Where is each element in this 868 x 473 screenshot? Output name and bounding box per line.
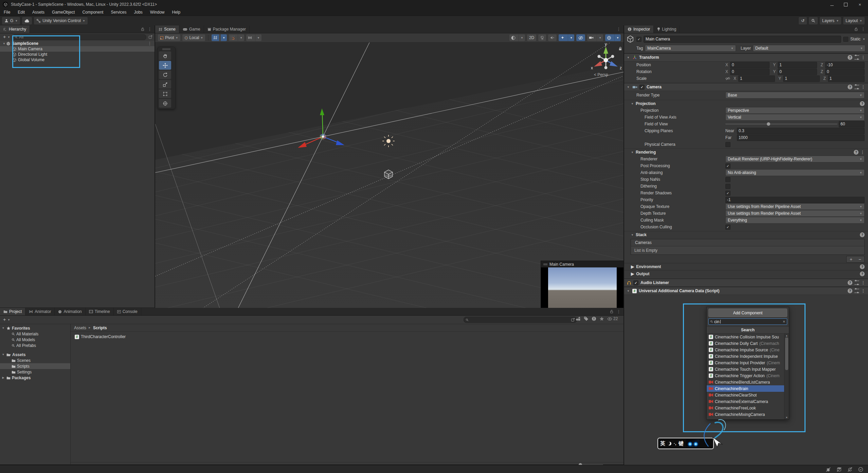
component-option[interactable]: CinemachineClearShot <box>707 392 789 398</box>
active-checkbox[interactable] <box>636 37 641 42</box>
project-files-area[interactable]: ThirdCharacterController <box>71 332 623 462</box>
help-icon[interactable]: ? <box>848 288 852 293</box>
component-menu-icon[interactable]: ⋮ <box>861 280 865 285</box>
layer-dropdown[interactable]: Default▼ <box>753 45 865 52</box>
component-option[interactable]: Cinemachine Input Provider (Cinem <box>707 360 789 366</box>
camera-header[interactable]: ▼ Camera ? ⋮ <box>624 83 868 91</box>
component-option[interactable]: Cinemachine Dolly Cart (Cinemach <box>707 340 789 347</box>
alert-icon[interactable] <box>592 316 596 321</box>
search-by-label-icon[interactable] <box>584 316 589 321</box>
help-icon[interactable]: ? <box>860 232 865 237</box>
tab-animator[interactable]: ⋈ Animator <box>25 308 55 315</box>
scene-menu-icon[interactable]: ⋮ <box>617 27 621 32</box>
tab-package-manager[interactable]: Package Manager <box>204 25 250 33</box>
projection-foldout[interactable]: ▼Projection ? <box>624 100 868 107</box>
component-menu-icon[interactable]: ⋮ <box>861 288 865 293</box>
effects-dropdown[interactable]: ▼ <box>559 34 574 41</box>
menu-jobs[interactable]: Jobs <box>130 9 146 16</box>
hidden-count-toggle[interactable]: 22 <box>607 316 618 321</box>
position-x-field[interactable]: 0 <box>730 62 770 68</box>
preset-icon[interactable] <box>854 55 859 60</box>
layers-dropdown[interactable]: Layers▼ <box>820 17 841 24</box>
perspective-label[interactable]: < Persp <box>594 72 608 77</box>
component-option[interactable]: Cinemachine Trigger Action (Cinem <box>707 372 789 379</box>
menu-component[interactable]: Component <box>78 9 107 16</box>
priority-field[interactable]: -1 <box>725 197 865 203</box>
hierarchy-menu-icon[interactable]: ⋮ <box>148 27 152 32</box>
constrain-proportions-icon[interactable] <box>725 76 730 81</box>
local-dropdown[interactable]: Local▼ <box>182 34 205 41</box>
lock-icon[interactable] <box>141 27 144 31</box>
help-icon[interactable]: ? <box>854 150 858 155</box>
layout-dropdown[interactable]: Layout▼ <box>843 17 865 24</box>
anti-aliasing-dropdown[interactable]: No Anti-aliasing▼ <box>725 169 865 176</box>
gizmo-lock-icon[interactable] <box>618 47 622 51</box>
gameobject-name-field[interactable]: Main Camera <box>644 36 841 43</box>
pivot-dropdown[interactable]: Pivot▼ <box>158 34 180 41</box>
palette-drag-handle[interactable] <box>159 48 174 51</box>
menu-gameobject[interactable]: GameObject <box>48 9 78 16</box>
menu-assets[interactable]: Assets <box>29 9 48 16</box>
ime-punctuation-mode[interactable]: ·, <box>674 441 676 446</box>
tab-console[interactable]: Console <box>114 308 141 315</box>
progress-ok-icon[interactable] <box>858 467 863 472</box>
component-option[interactable]: CinemachineMixingCamera <box>707 411 789 418</box>
position-z-field[interactable]: -10 <box>825 62 865 68</box>
gizmos-dropdown[interactable]: ▼ <box>605 34 621 41</box>
help-icon[interactable]: ? <box>860 271 865 276</box>
version-control-button[interactable]: Unity Version Control▼ <box>34 17 88 24</box>
ime-halfwidth-icon[interactable] <box>668 442 671 445</box>
rotate-tool[interactable] <box>159 70 171 79</box>
shading-mode-dropdown[interactable]: ▼ <box>509 34 525 41</box>
static-dropdown-icon[interactable]: ▼ <box>863 38 865 41</box>
stack-remove-button[interactable]: − <box>855 256 864 262</box>
transform-tool[interactable] <box>159 99 171 108</box>
ime-keyboard-toggle[interactable]: 键 <box>679 440 684 447</box>
section-menu-icon[interactable]: ⋮ <box>861 150 865 155</box>
global-search-button[interactable] <box>809 17 818 24</box>
renderer-dropdown[interactable]: Default Renderer (URP-HighFidelity-Rende… <box>725 156 865 162</box>
hierarchy-scene-row[interactable]: ▼ SampleScene ⋮ <box>0 41 155 46</box>
tab-project[interactable]: Project <box>0 308 25 315</box>
far-clip-field[interactable]: 1000 <box>737 135 865 141</box>
fov-value-field[interactable]: 60 <box>839 121 865 127</box>
menu-file[interactable]: File <box>0 9 14 16</box>
opaque-texture-dropdown[interactable]: Use settings from Render Pipeline Asset▼ <box>725 203 865 210</box>
debugger-disabled-icon[interactable] <box>826 467 831 472</box>
ime-language-mode[interactable]: 英 <box>660 440 665 447</box>
2d-toggle[interactable]: 2D <box>527 34 536 41</box>
scene-lighting-toggle[interactable] <box>538 34 546 41</box>
grid-snapping-dropdown[interactable]: ▼ <box>212 34 227 41</box>
component-search-input[interactable]: cin ✕ <box>708 318 787 325</box>
inspector-menu-icon[interactable]: ⋮ <box>861 27 865 32</box>
open-search-window-icon[interactable] <box>571 318 575 322</box>
scale-y-field[interactable]: 1 <box>783 75 820 82</box>
search-by-type-icon[interactable] <box>576 316 581 321</box>
rotation-x-field[interactable]: 0 <box>730 69 770 75</box>
tab-lighting[interactable]: Lighting <box>654 25 680 33</box>
scene-visibility-toggle[interactable] <box>576 34 585 41</box>
assets-root[interactable]: ▼ Assets <box>0 352 70 357</box>
help-icon[interactable]: ? <box>848 280 852 285</box>
component-menu-icon[interactable]: ⋮ <box>861 85 865 89</box>
account-button[interactable]: G▼ <box>2 17 20 24</box>
preset-icon[interactable] <box>854 84 859 90</box>
breadcrumb-current[interactable]: Scripts <box>93 326 107 330</box>
component-option[interactable]: CinemachineFreeLook <box>707 405 789 411</box>
component-option[interactable]: Cinemachine Independent Impulse <box>707 353 789 360</box>
transform-header[interactable]: ▼ Transform ? ⋮ <box>624 53 868 62</box>
cache-server-disabled-icon[interactable] <box>836 467 842 472</box>
lock-icon[interactable] <box>610 310 613 314</box>
tab-hierarchy[interactable]: Hierarchy <box>0 25 30 33</box>
preview-drag-handle[interactable] <box>543 264 547 265</box>
scene-audio-toggle[interactable] <box>548 34 557 41</box>
auto-refresh-disabled-icon[interactable] <box>847 467 853 472</box>
favorites-item[interactable]: All Prefabs <box>0 343 70 348</box>
component-menu-icon[interactable]: ⋮ <box>861 55 865 60</box>
preset-icon[interactable] <box>854 288 859 294</box>
lock-icon[interactable] <box>854 27 858 31</box>
undo-history-button[interactable]: ↺ <box>799 17 807 24</box>
favorites-star-icon[interactable] <box>599 316 604 321</box>
favorites-root[interactable]: ▼ Favorites <box>0 325 70 331</box>
folder-item[interactable]: Settings <box>0 369 70 375</box>
